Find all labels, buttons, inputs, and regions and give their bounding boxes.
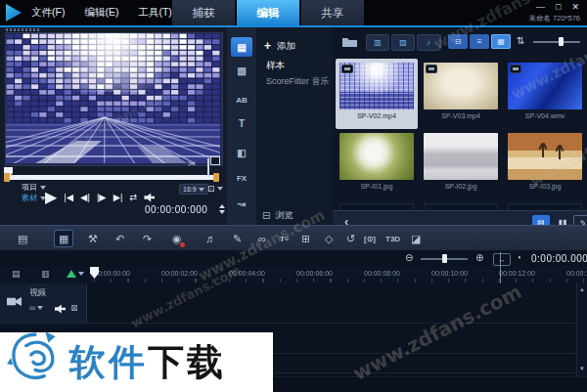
browse-button[interactable]: ⊟ 浏览 [262, 209, 293, 222]
resize-mode-select[interactable]: ⊡ [207, 184, 223, 194]
aspect-ratio-select[interactable]: 16:9 [179, 184, 208, 195]
zoom-in-icon[interactable]: ⊕ [475, 252, 483, 263]
filter-photo-button[interactable]: ▨ [391, 34, 415, 51]
nav-graphics[interactable]: ◧ [231, 143, 252, 162]
end-button[interactable]: ▶| [113, 192, 123, 203]
tab-编辑[interactable]: 编辑 [237, 0, 299, 25]
thumbnail-video [339, 63, 414, 109]
media-item-SP-V04.wmv[interactable]: SP-V04.wmv [504, 59, 586, 129]
close-button[interactable]: ✕ [571, 2, 579, 12]
ruler-label: 00:00:06:00 [296, 270, 333, 277]
scroll-up-icon[interactable]: ▲ [578, 286, 586, 292]
view-grid-button[interactable]: ▦ [491, 34, 511, 49]
timecode-spinner[interactable] [219, 204, 225, 214]
menu-item-编辑(E)[interactable]: 编辑(E) [84, 6, 118, 20]
add-category-button[interactable]: + 添加 [264, 39, 295, 53]
minimize-button[interactable]: — [536, 2, 545, 12]
tab-共享[interactable]: 共享 [301, 0, 364, 25]
add-label: 添加 [277, 40, 295, 53]
zoom-out-icon[interactable]: ⊖ [405, 252, 413, 263]
ruler-label: 00:00:04:00 [229, 270, 265, 277]
nav-instant-project[interactable]: ▧ [231, 61, 252, 80]
prev-frame-button[interactable]: ◀| [80, 192, 90, 203]
storyboard-view-button[interactable]: ▤ [18, 231, 27, 246]
preview-video[interactable] [5, 32, 223, 166]
pan-zoom-button[interactable]: ↺ [346, 231, 355, 246]
browse-icon: ⊟ [262, 210, 270, 221]
home-button[interactable]: |◀ [64, 192, 73, 203]
maximize-button[interactable]: □ [556, 2, 561, 12]
subtitle-editor-button[interactable]: T≡ [280, 231, 290, 246]
record-capture-button[interactable]: ◉ [172, 231, 182, 246]
tab-捕获[interactable]: 捕获 [172, 0, 235, 25]
category-样本[interactable]: 样本 [266, 60, 285, 72]
slider-handle[interactable] [442, 254, 447, 263]
motion-tracking-button[interactable]: [⊙] [364, 231, 376, 246]
nav-media[interactable]: ▤ [231, 37, 252, 57]
media-item-SP-V02.mp4[interactable]: SP-V02.mp4 [336, 59, 418, 129]
timeline-zoom-slider[interactable] [421, 258, 468, 260]
slider-handle[interactable] [559, 37, 564, 46]
music-disc-button[interactable]: ∞ [258, 231, 266, 246]
next-frame-button[interactable]: |▶ [97, 192, 107, 203]
morph-tools-button[interactable]: ◇ [325, 231, 333, 246]
undo-button[interactable]: ↶ [115, 231, 124, 246]
chapter-marker-menu[interactable] [67, 270, 84, 278]
media-item-SP-I01.jpg[interactable]: SP-I01.jpg [336, 129, 418, 199]
nav-title[interactable]: T [231, 113, 252, 133]
project-mode-selector[interactable]: 项目 [22, 182, 46, 193]
video-track-header: 视频 ∞ ⊠ [0, 283, 87, 323]
timeline-view-button[interactable]: ▦ [55, 231, 72, 246]
tracks-scrollbar[interactable]: ▲ ▼ [576, 283, 587, 376]
fit-project-icon[interactable]: ↔ [493, 253, 511, 266]
mixed-tools-button[interactable]: ⚒ [88, 231, 98, 246]
view-list-button[interactable]: ≡ [470, 34, 489, 49]
track-mute-icon[interactable] [55, 304, 66, 314]
scroll-down-icon[interactable]: ▼ [578, 366, 586, 371]
media-item-SP-I03.jpg[interactable]: SP-I03.jpg [504, 129, 586, 199]
link-clips-icon[interactable]: ∞ [29, 303, 43, 313]
play-button[interactable]: ▶ [45, 192, 57, 203]
nav-transition[interactable]: AB [231, 90, 252, 109]
painting-creator-button[interactable]: ✎ [233, 231, 242, 246]
clip-mode-selector[interactable]: 素材 [22, 193, 46, 203]
thumbnail-size-slider[interactable] [533, 41, 580, 43]
redo-button[interactable]: ↷ [143, 231, 152, 246]
timeline-ruler[interactable]: ▤ ▥ 00:00:00:0000:00:02:0000:00:04:0000:… [0, 266, 587, 284]
media-item-label: SP-V03.mp4 [420, 112, 502, 119]
trim-bar[interactable] [5, 175, 218, 180]
mask-creator-button[interactable]: ◪ [411, 231, 421, 246]
panel-drag-handle[interactable] [6, 28, 39, 31]
enlarge-preview-icon[interactable] [207, 158, 209, 177]
media-item-SP-V03.mp4[interactable]: SP-V03.mp4 [420, 59, 502, 129]
divider [440, 34, 441, 49]
view-thumb-button[interactable]: ⊟ [448, 34, 468, 49]
menu-item-工具(T)[interactable]: 工具(T) [138, 6, 171, 20]
filter-audio-button[interactable]: ♪ [417, 34, 440, 51]
app-window: 文件(F)编辑(E)工具(T)设置(S) 捕获编辑共享 —□✕ 未命名 720*… [0, 0, 587, 392]
split-screen-template-button[interactable]: ⊞ [301, 231, 310, 246]
cursor-position-line [500, 252, 501, 283]
track-grid-icon[interactable]: ⊠ [70, 303, 78, 313]
media-item-SP-I02.jpg[interactable]: SP-I02.jpg [420, 129, 502, 199]
playback-mode: 项目素材 [22, 182, 46, 203]
filter-video-button[interactable]: ▥ [366, 34, 389, 51]
nav-filter[interactable]: FX [231, 168, 252, 188]
split-clip-icon[interactable]: ✂ [188, 158, 196, 169]
track-list-icon[interactable]: ▥ [41, 269, 50, 279]
category-ScoreFitter 音乐[interactable]: ScoreFitter 音乐 [266, 75, 330, 88]
volume-icon[interactable] [144, 193, 155, 202]
preview-timecode[interactable]: 00:00:00:000 [145, 204, 207, 215]
sort-icon[interactable]: ⇅ [517, 35, 524, 46]
import-media-icon[interactable] [342, 36, 357, 47]
nav-motion-path[interactable]: ↝ [231, 194, 252, 213]
repeat-button[interactable]: ⇄ [129, 192, 137, 203]
video-camera-icon[interactable] [7, 296, 22, 307]
sound-mixer-button[interactable]: ♬ [205, 231, 216, 246]
project-duration-icon[interactable]: ◔ [516, 252, 521, 263]
playhead-marker[interactable] [90, 267, 99, 279]
3d-title-button[interactable]: T3D [385, 231, 400, 246]
menu-item-文件(F)[interactable]: 文件(F) [31, 6, 65, 20]
track-manager-icon[interactable]: ▤ [12, 269, 21, 279]
timeline-zoom-bar: ⊖ ⊕ ↔ ◔ 0:00:00.000 [0, 250, 587, 266]
